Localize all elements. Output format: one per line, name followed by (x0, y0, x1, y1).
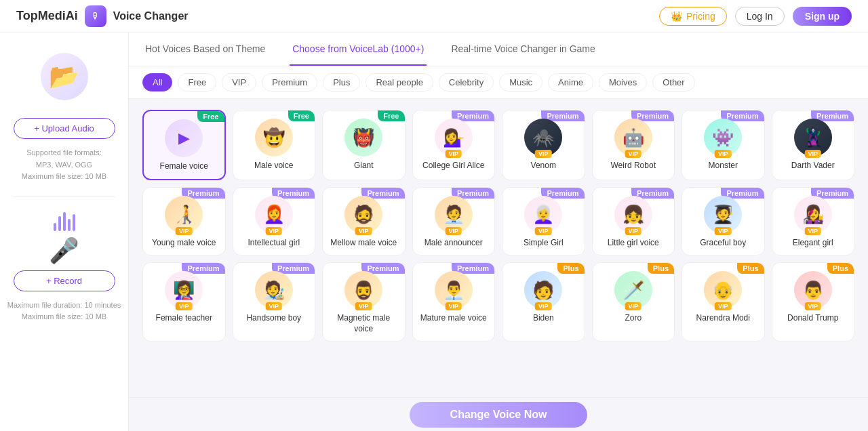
voice-card[interactable]: Premium🧔‍♂️VIPMagnetic male voice (322, 262, 406, 342)
vip-badge: VIP (265, 302, 282, 310)
vip-badge: VIP (804, 227, 821, 235)
max-duration-label: Maximum file duration: 10 minutes (7, 300, 121, 312)
upload-audio-button[interactable]: + Upload Audio (14, 118, 115, 139)
filter-btn-plus[interactable]: Plus (323, 73, 360, 91)
avatar: 🧑VIP (524, 271, 562, 309)
supported-formats-label: Supported file formats: (22, 147, 106, 159)
login-button[interactable]: Log In (735, 7, 785, 26)
filter-btn-music[interactable]: Music (499, 73, 542, 91)
voice-name: Elegant girl (793, 238, 833, 249)
vip-badge: VIP (535, 150, 552, 158)
bottom-bar: Change Voice Now (129, 397, 868, 431)
wave-bar (63, 212, 66, 231)
voice-card[interactable]: Premium🧑‍🦯VIPYoung male voice (142, 187, 226, 256)
voice-name: Donald Trump (787, 313, 838, 324)
vip-badge: VIP (355, 227, 372, 235)
voice-name: Female voice (160, 161, 208, 172)
voice-card[interactable]: Premium👩‍🦳VIPSimple Girl (502, 187, 585, 256)
avatar: 🧑‍💼VIP (435, 196, 473, 234)
record-button[interactable]: + Record (14, 270, 115, 291)
voice-grid-container: Free▶Female voiceFree🤠Male voiceFree👹Gia… (129, 99, 868, 431)
logo-text: TopMediAi (16, 9, 78, 22)
avatar: 👩‍🎤VIP (794, 196, 832, 234)
pricing-button[interactable]: 👑 Pricing (659, 7, 727, 26)
signup-button[interactable]: Sign up (793, 7, 852, 26)
voice-card[interactable]: Premium🧑‍🎓VIPGraceful boy (682, 187, 765, 256)
filter-btn-vip[interactable]: VIP (222, 73, 256, 91)
voice-card[interactable]: Premium👩‍🦰VIPIntellectual girl (233, 187, 316, 256)
filter-btn-anime[interactable]: Anime (548, 73, 593, 91)
filter-btn-free[interactable]: Free (178, 73, 216, 91)
max-filesize-label: Maximum file size: 10 MB (22, 171, 106, 183)
record-info: Maximum file duration: 10 minutes Maximu… (7, 300, 121, 323)
main-layout: 📂 + Upload Audio Supported file formats:… (0, 33, 868, 431)
voice-card[interactable]: Premium🕷️VIPVenom (502, 110, 585, 180)
wave-bar (73, 214, 75, 231)
pricing-label: Pricing (686, 11, 715, 22)
filter-btn-celebrity[interactable]: Celebrity (439, 73, 494, 91)
avatar: 🤖VIP (614, 119, 652, 157)
filter-btn-real-people[interactable]: Real people (366, 73, 433, 91)
filter-btn-all[interactable]: All (142, 73, 172, 91)
filter-btn-premium[interactable]: Premium (262, 73, 317, 91)
voice-card[interactable]: Free👹Giant (322, 110, 406, 180)
voice-card[interactable]: Premium💁‍♀️VIPCollege Girl Alice (412, 110, 496, 180)
voice-name: Graceful boy (700, 238, 746, 249)
change-voice-button[interactable]: Change Voice Now (410, 402, 588, 428)
filter-btn-moives[interactable]: Moives (599, 73, 647, 91)
avatar: 👩‍🦰VIP (255, 196, 293, 234)
voice-card[interactable]: Premium👾VIPMonster (682, 110, 765, 180)
voice-card[interactable]: Plus👨VIPDonald Trump (772, 262, 855, 342)
vip-badge: VIP (535, 302, 552, 310)
vip-badge: VIP (176, 227, 193, 235)
voice-card[interactable]: Plus👴VIPNarendra Modi (682, 262, 765, 342)
header-right: 👑 Pricing Log In Sign up (659, 7, 852, 26)
content-area: Hot Voices Based on Theme Choose from Vo… (129, 33, 868, 431)
voice-card[interactable]: Premium🤖VIPWeird Robot (592, 110, 675, 180)
tab-realtime[interactable]: Real-time Voice Changer in Game (448, 33, 597, 66)
upload-visual: 📂 (37, 49, 92, 104)
voice-card[interactable]: Premium👩‍🎤VIPElegant girl (772, 187, 855, 256)
tab-voicelab-label: Choose from VoiceLab (1000+) (292, 43, 424, 54)
voice-card[interactable]: Premium👨‍💼VIPMature male voice (412, 262, 496, 342)
voice-name: Weird Robot (611, 161, 656, 171)
filter-btn-other[interactable]: Other (652, 73, 695, 91)
voice-name: Giant (354, 161, 374, 171)
voice-name: College Girl Alice (422, 161, 484, 171)
voice-name: Mellow male voice (330, 238, 397, 249)
vip-badge: VIP (176, 302, 193, 310)
avatar: 👩‍🏫VIP (165, 271, 203, 309)
voice-grid: Free▶Female voiceFree🤠Male voiceFree👹Gia… (142, 110, 854, 342)
voice-name: Male announcer (425, 238, 483, 249)
voice-name: Narendra Modi (696, 313, 750, 324)
avatar: 🤠 (255, 119, 293, 157)
voice-card[interactable]: Premium🧑‍🎨VIPHandsome boy (233, 262, 316, 342)
tab-hot-voices[interactable]: Hot Voices Based on Theme (142, 33, 268, 66)
vip-badge: VIP (625, 302, 642, 310)
voice-name: Intellectual girl (248, 238, 300, 249)
wave-bar (68, 219, 71, 231)
voice-card[interactable]: Plus🗡️VIPZoro (592, 262, 675, 342)
voice-card[interactable]: Premium🧑‍💼VIPMale announcer (412, 187, 496, 256)
voice-card[interactable]: Premium🧔VIPMellow male voice (322, 187, 406, 256)
voice-card[interactable]: Premium👩‍🏫VIPFemale teacher (142, 262, 226, 342)
voice-card[interactable]: Premium🦹VIPDarth Vader (772, 110, 855, 180)
avatar: 👾VIP (704, 119, 742, 157)
voice-card[interactable]: Free▶Female voice (142, 110, 226, 180)
wave-bar (54, 223, 56, 231)
avatar-circle: ▶ (165, 119, 203, 157)
header-left: TopMediAi 🎙 Voice Changer (16, 5, 189, 27)
filter-bar: AllFreeVIPPremiumPlusReal peopleCelebrit… (129, 66, 868, 99)
voice-card[interactable]: Plus🧑VIPBiden (502, 262, 585, 342)
avatar: 👨VIP (794, 271, 832, 309)
vip-badge: VIP (804, 302, 821, 310)
upload-info: Supported file formats: MP3, WAV, OGG Ma… (22, 147, 106, 183)
app-header: TopMediAi 🎙 Voice Changer 👑 Pricing Log … (0, 0, 868, 33)
max-size-label: Maximum file size: 10 MB (7, 311, 121, 323)
avatar-circle: 🤠 (255, 119, 293, 157)
voice-card[interactable]: Free🤠Male voice (233, 110, 316, 180)
formats-value: MP3, WAV, OGG (22, 159, 106, 171)
tab-voicelab[interactable]: Choose from VoiceLab (1000+) (290, 33, 427, 66)
voice-card[interactable]: Premium👧VIPLittle girl voice (592, 187, 675, 256)
vip-badge: VIP (355, 302, 372, 310)
